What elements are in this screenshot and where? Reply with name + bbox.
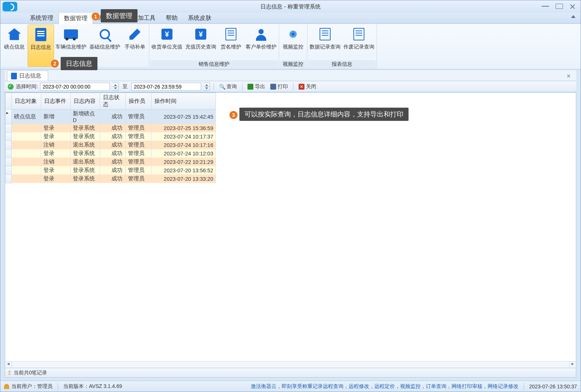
column-header[interactable]: 日志事件 — [41, 93, 71, 109]
ribbon-btn-收货单位充值[interactable]: ¥收货单位充值 — [150, 25, 184, 60]
annotation-badge-3: 3 — [229, 111, 238, 119]
print-icon — [270, 84, 276, 90]
ribbon-btn-label: 数据记录查询 — [310, 44, 341, 50]
annotation-label-3: 可以按实际查询，日志信息详细内容，支持导出和打印 — [239, 108, 409, 121]
doc-icon — [35, 28, 46, 41]
table-row[interactable]: 登录登录系统成功管理员2023-07-20 13:33:20 — [6, 175, 216, 183]
column-header[interactable]: 操作员 — [126, 93, 152, 109]
time-label: 选择时间: — [16, 83, 38, 90]
separator — [293, 83, 293, 90]
ribbon-btn-label: 视频监控 — [283, 44, 303, 50]
ribbon-btn-label: 作废记录查询 — [343, 44, 374, 50]
to-date-input[interactable] — [131, 83, 201, 91]
ribbon-group-label: 销售信息维护 — [150, 60, 278, 69]
annotation-badge-1: 1 — [91, 12, 100, 21]
mag-icon — [100, 29, 110, 39]
table-row[interactable]: 注销退出系统成功管理员2023-07-22 10:21:29 — [6, 158, 216, 166]
marquee-text: 激活衡器云，即刻享受称重记录远程查询，远程修改，远程定价，视频监控，订单查询，网… — [251, 383, 518, 390]
record-count: 当前共0笔记录 — [14, 370, 47, 376]
window-title: 日志信息 - 称重管理系统 — [260, 3, 320, 10]
close-icon: ✕ — [299, 84, 304, 90]
ribbon-btn-作废记录查询[interactable]: 作废记录查询 — [342, 25, 376, 60]
ribbon-btn-视频监控[interactable]: 视频监控 — [280, 25, 306, 60]
menu-item-1[interactable]: 数据管理 — [58, 12, 93, 24]
ribbon-btn-磅点信息[interactable]: 磅点信息 — [1, 25, 28, 67]
tab-log-info[interactable]: 日志信息 — [7, 71, 48, 81]
table-row[interactable]: 磅点信息新增新增磅点D成功管理员2023-07-25 15:42:45 — [6, 109, 216, 124]
annotation-label-1: 数据管理 — [101, 9, 138, 22]
ribbon-btn-label: 充值历史查询 — [185, 44, 216, 50]
yen-icon: ¥ — [161, 29, 172, 40]
ribbon-collapse-icon[interactable] — [570, 15, 576, 19]
column-header[interactable]: 操作时间 — [152, 93, 216, 109]
from-date-spinner[interactable] — [112, 83, 119, 91]
ribbon-btn-label: 货名维护 — [221, 44, 241, 50]
status-datetime: 2023-07-26 13:50:37 — [529, 384, 577, 389]
current-user: 当前用户：管理员 — [11, 383, 53, 390]
to-label: 至 — [122, 83, 128, 90]
ribbon-btn-数据记录查询[interactable]: 数据记录查询 — [308, 25, 342, 60]
ribbon-group-2: 视频监控视频监控 — [279, 24, 307, 69]
ribbon-btn-label: 客户单价维护 — [246, 44, 277, 50]
ribbon-btn-日志信息[interactable]: 日志信息 — [28, 25, 54, 67]
pen-icon — [129, 29, 140, 40]
table-row[interactable]: 登录登录系统成功管理员2023-07-24 10:17:37 — [6, 132, 216, 141]
document-tabs: 日志信息 × — [5, 70, 576, 81]
yen-icon: ¥ — [195, 29, 206, 40]
column-header[interactable]: 日志状态 — [100, 93, 126, 109]
home-icon — [8, 28, 21, 40]
column-header[interactable]: 日志对象 — [12, 93, 41, 109]
ribbon-btn-货名维护[interactable]: 货名维护 — [218, 25, 244, 60]
app-logo — [3, 2, 17, 11]
table-row[interactable]: 登录登录系统成功管理员2023-07-24 10:12:03 — [6, 149, 216, 158]
ribbon-btn-客户单价维护[interactable]: 客户单价维护 — [244, 25, 278, 60]
maximize-button[interactable] — [556, 4, 563, 9]
log-grid: 日志对象日志事件日志内容日志状态操作员操作时间磅点信息新增新增磅点D成功管理员2… — [5, 92, 576, 378]
user-icon — [4, 384, 9, 389]
close-window-button[interactable] — [570, 4, 575, 10]
data-table[interactable]: 日志对象日志事件日志内容日志状态操作员操作时间磅点信息新增新增磅点D成功管理员2… — [5, 93, 216, 183]
sigma-icon: Σ — [8, 370, 11, 376]
check-icon — [8, 84, 14, 90]
ribbon-group-1: ¥收货单位充值¥充值历史查询货名维护客户单价维护销售信息维护 — [149, 24, 279, 69]
separator — [214, 83, 214, 90]
horizontal-scrollbar[interactable]: ◄► — [5, 361, 576, 368]
export-button[interactable]: 导出 — [246, 83, 267, 91]
separator — [242, 83, 242, 90]
close-button[interactable]: ✕ 关闭 — [297, 83, 318, 91]
to-date-spinner[interactable] — [203, 83, 210, 91]
cam-icon — [289, 30, 297, 38]
ribbon-group-label: 报表信息 — [308, 60, 376, 69]
from-date-input[interactable] — [40, 83, 110, 91]
annotation-badge-2: 2 — [50, 59, 59, 68]
column-header[interactable]: 日志内容 — [71, 93, 100, 109]
ribbon-btn-label: 磅点信息 — [4, 44, 25, 50]
minimize-button[interactable] — [542, 4, 549, 7]
table-row[interactable]: 注销退出系统成功管理员2023-07-24 10:17:16 — [6, 141, 216, 149]
menu-item-4[interactable]: 帮助 — [161, 12, 183, 24]
tab-close-button[interactable]: × — [567, 72, 573, 78]
list-icon — [320, 28, 331, 40]
grid-footer: Σ 当前共0笔记录 — [5, 368, 576, 377]
list-icon — [225, 28, 236, 40]
tab-label: 日志信息 — [19, 72, 41, 79]
export-icon — [247, 84, 253, 90]
query-button[interactable]: 🔍 查询 — [218, 83, 238, 91]
ribbon-btn-label: 收货单位充值 — [152, 44, 182, 50]
menu-bar: 系统管理数据管理系统维护附加工具帮助系统皮肤 — [0, 13, 581, 24]
menu-item-5[interactable]: 系统皮肤 — [183, 12, 217, 24]
user-icon — [256, 29, 266, 39]
ribbon-group-label: 视频监控 — [280, 60, 306, 69]
binoculars-icon: 🔍 — [219, 84, 225, 90]
annotation-label-2: 日志信息 — [61, 57, 97, 70]
ribbon-btn-充值历史查询[interactable]: ¥充值历史查询 — [184, 25, 218, 60]
current-version: 当前版本：AVSZ 3.1.4.69 — [63, 383, 122, 390]
menu-item-0[interactable]: 系统管理 — [25, 12, 58, 24]
ribbon-btn-label: 车辆信息维护 — [56, 44, 86, 50]
table-row[interactable]: 登录登录系统成功管理员2023-07-20 13:56:52 — [6, 166, 216, 175]
ribbon-btn-label: 日志信息 — [31, 44, 51, 51]
table-row[interactable]: 登录登录系统成功管理员2023-07-25 15:36:59 — [6, 124, 216, 132]
print-button[interactable]: 打印 — [269, 83, 289, 91]
ribbon-btn-手动补单[interactable]: 手动补单 — [122, 25, 148, 67]
doc-icon — [11, 73, 17, 79]
